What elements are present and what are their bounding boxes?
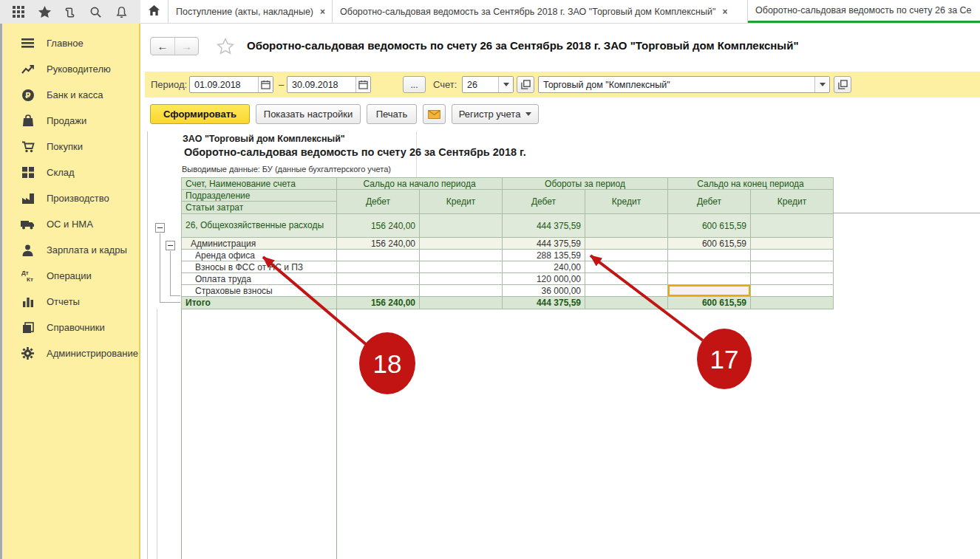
tab-osv-account-26-active[interactable]: Оборотно-сальдовая ведомость по счету 26… — [748, 0, 980, 23]
cell[interactable] — [420, 261, 503, 273]
favorites-star-icon[interactable] — [36, 4, 52, 20]
cell[interactable] — [420, 214, 503, 238]
cell[interactable]: 444 375,59 — [503, 214, 585, 238]
date-from-input[interactable]: 01.09.2018 — [190, 77, 258, 92]
notifications-bell-icon[interactable] — [114, 4, 130, 20]
cell[interactable] — [585, 261, 668, 273]
tab-osv-september[interactable]: Оборотно-сальдовая ведомость за Сентябрь… — [333, 0, 748, 23]
cell[interactable] — [420, 285, 503, 297]
tab-close-icon[interactable]: × — [320, 7, 325, 17]
account-input[interactable]: 26 — [463, 77, 498, 92]
collapse-group-account-icon[interactable] — [155, 223, 165, 233]
sidebar-item-bank-i-kassa[interactable]: Р Банк и касса — [3, 82, 139, 108]
home-button[interactable] — [140, 0, 169, 23]
row-subdivision-name[interactable]: Администрация — [182, 238, 337, 250]
organization-open-button[interactable] — [834, 76, 851, 93]
cell[interactable] — [420, 273, 503, 285]
cell[interactable]: 240,00 — [503, 261, 585, 273]
sidebar-item-operacii[interactable]: ДтКт Операции — [3, 263, 139, 289]
sidebar-item-spravochniki[interactable]: Справочники — [3, 315, 139, 340]
cell[interactable] — [668, 273, 751, 285]
account-open-button[interactable] — [517, 76, 534, 93]
cell[interactable]: 444 375,59 — [503, 238, 585, 250]
tab-label: Поступление (акты, накладные) — [176, 7, 313, 17]
cell[interactable] — [751, 214, 834, 238]
row-cost-item-name[interactable]: Аренда офиса — [182, 250, 337, 261]
cell[interactable] — [751, 250, 834, 261]
selected-cell[interactable] — [668, 285, 751, 297]
sidebar-item-zarplata-i-kadry[interactable]: Зарплата и кадры — [3, 237, 139, 263]
cell[interactable]: 600 615,59 — [668, 214, 751, 238]
total-label[interactable]: Итого — [182, 297, 337, 309]
cell[interactable] — [585, 273, 668, 285]
tab-postuplenie[interactable]: Поступление (акты, накладные) × — [169, 0, 333, 23]
sidebar-item-prodazhi[interactable]: Продажи — [3, 108, 139, 134]
cell[interactable] — [668, 261, 751, 273]
choose-period-button[interactable]: ... — [403, 76, 426, 93]
organization-input[interactable]: Торговый дом "Комплексный" — [539, 77, 814, 92]
date-to-input[interactable]: 30.09.2018 — [287, 77, 355, 92]
calendar-icon[interactable] — [258, 77, 273, 92]
calendar-icon[interactable] — [355, 77, 370, 92]
register-menu-button[interactable]: Регистр учета — [452, 104, 539, 124]
cell[interactable]: 36 000,00 — [503, 285, 585, 297]
send-email-button[interactable] — [423, 104, 446, 124]
back-button[interactable]: ← — [151, 38, 174, 55]
chevron-down-icon[interactable] — [814, 77, 829, 92]
cell[interactable] — [668, 250, 751, 261]
history-scroll-icon[interactable] — [62, 4, 78, 20]
sidebar-item-rukovoditelyu[interactable]: Руководителю — [3, 56, 139, 82]
cell[interactable] — [420, 238, 503, 250]
generate-button[interactable]: Сформировать — [150, 104, 250, 124]
cell[interactable]: 156 240,00 — [337, 297, 420, 309]
svg-text:Дт: Дт — [21, 270, 29, 276]
cell[interactable]: 288 135,59 — [503, 250, 585, 261]
forward-button[interactable]: → — [174, 38, 198, 55]
add-to-favorites-star-icon[interactable] — [216, 37, 235, 56]
table-row: Аренда офиса 288 135,59 — [182, 250, 834, 261]
cell[interactable]: 600 615,59 — [668, 297, 751, 309]
cell[interactable] — [585, 285, 668, 297]
cell[interactable]: 156 240,00 — [337, 214, 420, 238]
cell[interactable] — [585, 238, 668, 250]
tab-close-icon[interactable]: × — [722, 7, 727, 17]
apps-grid-icon[interactable] — [10, 4, 27, 20]
sidebar-item-sklad[interactable]: Склад — [3, 160, 139, 185]
cell[interactable]: 444 375,59 — [503, 297, 585, 309]
sidebar-item-administrirovanie[interactable]: Администрирование — [3, 340, 139, 366]
cell[interactable] — [337, 285, 420, 297]
cell[interactable] — [337, 250, 420, 261]
sidebar-item-label: ОС и НМА — [47, 219, 93, 230]
cell[interactable] — [585, 214, 668, 238]
cell[interactable] — [751, 238, 834, 250]
cell[interactable] — [337, 273, 420, 285]
cell[interactable] — [751, 273, 834, 285]
search-icon[interactable] — [88, 4, 104, 20]
row-cost-item-name[interactable]: Оплата труда — [182, 273, 337, 285]
ruble-icon: Р — [21, 88, 35, 102]
sidebar-item-otchety[interactable]: Отчеты — [3, 289, 139, 315]
sidebar-item-pokupki[interactable]: Покупки — [3, 134, 139, 160]
cell[interactable]: 120 000,00 — [503, 273, 585, 285]
row-cost-item-name[interactable]: Взносы в ФСС от НС и ПЗ — [182, 261, 337, 273]
cell[interactable]: 156 240,00 — [337, 238, 420, 250]
sidebar-item-os-i-nma[interactable]: ОС и НМА — [3, 211, 139, 237]
row-account-name[interactable]: 26, Общехозяйственные расходы — [182, 214, 337, 238]
row-cost-item-name[interactable]: Страховые взносы — [182, 285, 337, 297]
cell[interactable] — [420, 250, 503, 261]
cell[interactable] — [751, 285, 834, 297]
sidebar-item-proizvodstvo[interactable]: Производство — [3, 185, 139, 211]
cell[interactable] — [585, 250, 668, 261]
cell[interactable] — [751, 297, 834, 309]
cell[interactable]: 600 615,59 — [668, 238, 751, 250]
print-button[interactable]: Печать — [367, 104, 417, 124]
show-settings-button[interactable]: Показать настройки — [256, 104, 361, 124]
annotation-number-18: 18 — [373, 349, 402, 378]
sidebar-item-glavnoe[interactable]: Главное — [3, 30, 139, 56]
cell[interactable] — [585, 297, 668, 309]
cell[interactable] — [751, 261, 834, 273]
cell[interactable] — [337, 261, 420, 273]
collapse-group-subdivision-icon[interactable] — [166, 241, 175, 250]
cell[interactable] — [420, 297, 503, 309]
chevron-down-icon[interactable] — [498, 77, 513, 92]
